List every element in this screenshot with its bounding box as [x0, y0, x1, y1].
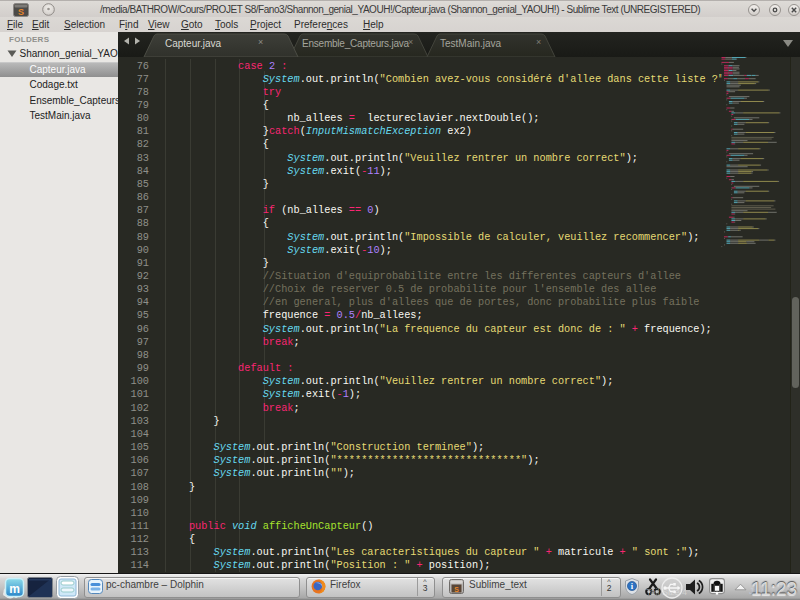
svg-text:S: S	[454, 586, 459, 593]
svg-text:m: m	[9, 582, 20, 596]
